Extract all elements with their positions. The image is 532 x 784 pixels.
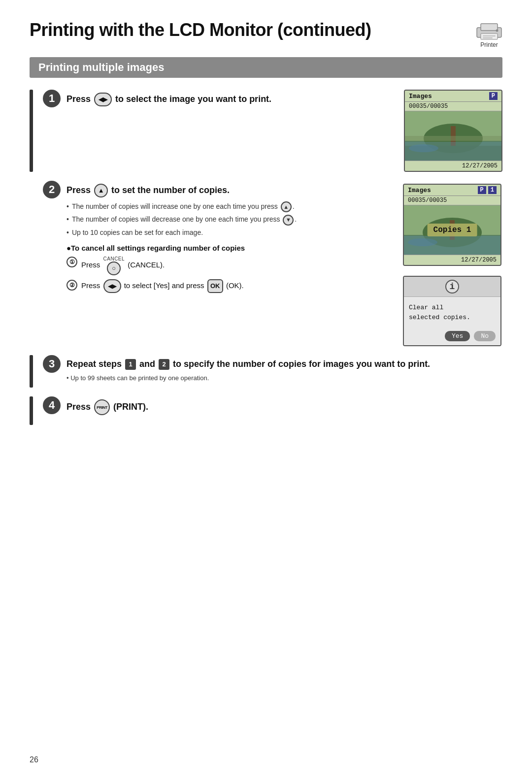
bullet-1: • The number of copies will increase one… <box>66 201 394 212</box>
step-3-main-text: Repeat steps 1 and 2 to specify the numb… <box>66 358 502 370</box>
lcd-screen-2: Images P 1 00035/00035 <box>403 184 501 266</box>
svg-rect-10 <box>405 136 501 141</box>
step-2-content: Press ▲ to set the number of copies. • T… <box>62 181 394 303</box>
lr-button-icon: ◀▶ <box>94 93 112 106</box>
step-1-right: Images P 00035/00035 <box>394 90 502 172</box>
info-dialog-buttons: Yes No <box>404 328 500 345</box>
step-3-content: Repeat steps 1 and 2 to specify the numb… <box>62 355 502 388</box>
info-icon: i <box>445 280 459 294</box>
lcd-date-2: 12/27/2005 <box>404 255 500 265</box>
cancel-subsection: ●To cancel all settings regarding number… <box>66 244 394 293</box>
step-1-row: 1 Press ◀▶ to select the image you want … <box>30 90 502 172</box>
printer-icon-box: Printer <box>476 23 502 48</box>
step-4-row: 4 Press PRINT (PRINT). <box>30 396 502 425</box>
landscape-svg-1 <box>405 111 501 161</box>
step-ref-2: 2 <box>159 359 169 370</box>
lcd-header-2: Images P 1 <box>404 185 500 196</box>
lcd-date-1: 12/27/2005 <box>405 161 501 171</box>
step-3-bar <box>30 355 33 388</box>
page: Printing with the LCD Monitor (continued… <box>0 0 532 784</box>
printer-icon <box>476 23 502 40</box>
svg-point-5 <box>496 30 499 32</box>
info-dialog-header: i <box>404 277 500 297</box>
down-btn-inline: ▼ <box>283 215 294 226</box>
step-1-number: 1 <box>42 90 62 107</box>
step-1-content: Press ◀▶ to select the image you want to… <box>62 90 394 116</box>
bullet-2: • The number of copies will decrease one… <box>66 214 394 225</box>
page-title: Printing with the LCD Monitor (continued… <box>30 20 371 40</box>
bullet-3: • Up to 10 copies can be set for each im… <box>66 228 394 238</box>
up-btn-inline: ▲ <box>281 201 292 212</box>
svg-rect-1 <box>481 24 498 31</box>
lr-button-icon-2: ◀▶ <box>103 279 121 293</box>
up-button-icon: ▲ <box>94 184 108 197</box>
lcd-screen-1: Images P 00035/00035 <box>404 90 502 172</box>
section-header: Printing multiple images <box>30 57 502 78</box>
lcd-counter-1: 00035/00035 <box>405 102 501 111</box>
dialog-yes-btn[interactable]: Yes <box>445 331 470 341</box>
lcd-copies-overlay: Copies 1 <box>428 224 477 236</box>
cancel-button-icon: ○ <box>107 261 121 275</box>
step-4-main-text: Press PRINT (PRINT). <box>66 399 502 415</box>
step-3-row: 3 Repeat steps 1 and 2 to specify the nu… <box>30 355 502 388</box>
svg-point-19 <box>408 238 437 246</box>
print-button-icon: PRINT <box>94 399 110 415</box>
step-1-main-text: Press ◀▶ to select the image you want to… <box>66 93 394 106</box>
cancel-section-title: ●To cancel all settings regarding number… <box>66 244 394 252</box>
page-number: 26 <box>30 755 38 764</box>
svg-point-13 <box>409 144 438 152</box>
step-2-bullets: • The number of copies will increase one… <box>66 201 394 238</box>
ok-button-icon: OK <box>207 279 223 293</box>
sub-step-1: ① Press CANCEL ○ (CANCEL). <box>66 256 394 275</box>
step-3-number: 3 <box>42 355 62 373</box>
sub-step-2: ② Press ◀▶ to select [Yes] and press OK … <box>66 279 394 293</box>
printer-label: Printer <box>480 41 498 48</box>
lcd-header-1: Images P <box>405 91 501 102</box>
step-2-main-text: Press ▲ to set the number of copies. <box>66 184 394 197</box>
svg-rect-3 <box>483 35 496 36</box>
step-1-bar <box>30 90 33 172</box>
step-2-number: 2 <box>42 181 62 198</box>
info-dialog-text: Clear allselected copies. <box>404 297 500 328</box>
lcd-image-1 <box>405 111 501 161</box>
lcd-counter-2: 00035/00035 <box>404 196 500 205</box>
step-3-note: • Up to 99 sheets can be printed by one … <box>66 374 502 382</box>
svg-rect-4 <box>483 37 493 38</box>
dialog-no-btn[interactable]: No <box>474 331 496 341</box>
step-2-right: Images P 1 00035/00035 <box>394 181 502 346</box>
step-4-content: Press PRINT (PRINT). <box>62 396 502 425</box>
step-ref-1: 1 <box>125 359 136 370</box>
cancel-button-labeled: CANCEL ○ <box>103 256 125 275</box>
step-4-number: 4 <box>42 396 62 414</box>
step-4-bar <box>30 396 33 425</box>
title-row: Printing with the LCD Monitor (continued… <box>30 20 502 48</box>
step-2-row: 2 Press ▲ to set the number of copies. •… <box>30 181 502 346</box>
info-dialog: i Clear allselected copies. Yes No <box>403 276 501 346</box>
lcd-image-2: Copies 1 <box>404 205 500 255</box>
